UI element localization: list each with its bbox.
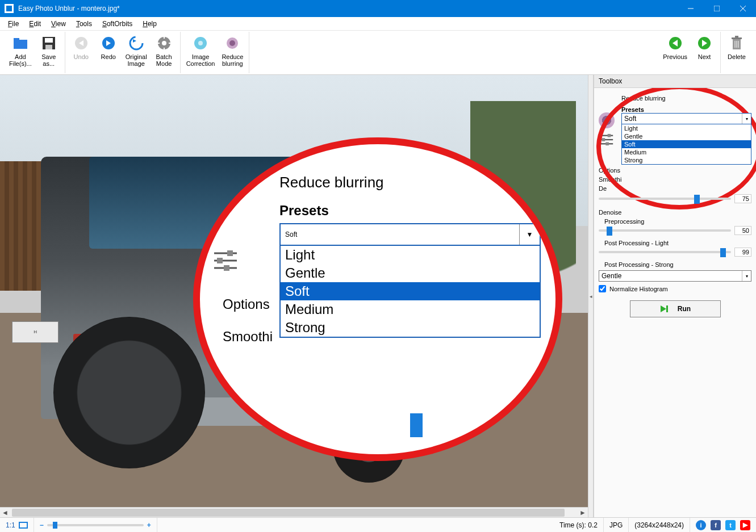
image-correction-button[interactable]: Image Correction bbox=[183, 32, 219, 73]
detail-slider[interactable]: 75 bbox=[599, 194, 751, 203]
toolbox-title: Toolbox bbox=[594, 75, 756, 88]
zoom-ratio[interactable]: 1:1 bbox=[0, 518, 34, 532]
save-as-button[interactable]: Save as... bbox=[35, 32, 62, 73]
panel-collapse-handle[interactable]: ◂ bbox=[588, 75, 594, 517]
normalize-histogram-row[interactable]: Normalize Histogram bbox=[599, 285, 751, 292]
preset-option-light[interactable]: Light bbox=[622, 124, 751, 132]
toolbar: Add File(s)... Save as... Undo Redo Orig… bbox=[0, 31, 756, 75]
svg-rect-34 bbox=[217, 258, 223, 263]
post-light-label: Post Processing - Light bbox=[604, 240, 751, 246]
license-plate: H bbox=[12, 321, 59, 343]
menu-help[interactable]: Help bbox=[138, 18, 161, 30]
svg-point-21 bbox=[229, 40, 235, 46]
status-format: JPG bbox=[604, 518, 629, 532]
svg-point-13 bbox=[162, 41, 166, 45]
presets-label: Presets bbox=[621, 106, 751, 113]
menu-file[interactable]: File bbox=[3, 18, 23, 30]
reduce-blurring-section: Reduce blurring Presets Soft ▾ Light Gen… bbox=[599, 95, 751, 203]
delete-button[interactable]: Delete bbox=[723, 32, 750, 73]
run-button[interactable]: Run bbox=[630, 300, 721, 317]
detail-value[interactable]: 75 bbox=[734, 194, 751, 203]
post-strong-combo[interactable]: Gentle ▾ bbox=[599, 270, 751, 282]
detail-label: De bbox=[599, 185, 607, 192]
scroll-left-arrow[interactable]: ◄ bbox=[0, 508, 10, 518]
reduce-blurring-button[interactable]: Reduce blurring bbox=[218, 32, 247, 73]
menu-view[interactable]: View bbox=[47, 18, 70, 30]
zoom-option-strong[interactable]: Strong bbox=[281, 319, 540, 337]
fit-screen-icon[interactable] bbox=[19, 522, 28, 529]
svg-rect-39 bbox=[608, 133, 611, 137]
zoom-option-soft[interactable]: Soft bbox=[281, 282, 540, 300]
preprocessing-label: Preprocessing bbox=[604, 218, 751, 225]
zoom-slider-thumb bbox=[410, 413, 423, 437]
preset-option-medium[interactable]: Medium bbox=[622, 148, 751, 156]
reduce-blurring-icon bbox=[599, 112, 615, 128]
zoom-in-icon[interactable]: + bbox=[147, 521, 151, 529]
zoom-preset-list[interactable]: Light Gentle Soft Medium Strong bbox=[279, 246, 541, 338]
zoom-slider[interactable] bbox=[47, 524, 144, 526]
smoothing-label: Smoothi bbox=[599, 176, 621, 183]
scroll-thumb[interactable] bbox=[12, 509, 565, 517]
youtube-icon[interactable]: ▶ bbox=[740, 520, 750, 530]
preset-combo[interactable]: Soft ▾ bbox=[621, 113, 751, 124]
chevron-down-icon: ▾ bbox=[742, 114, 751, 124]
undo-button[interactable]: Undo bbox=[68, 32, 95, 73]
minimize-button[interactable] bbox=[678, 0, 704, 17]
preset-option-gentle[interactable]: Gentle bbox=[622, 132, 751, 140]
menubar: File Edit View Tools SoftOrbits Help bbox=[0, 17, 756, 31]
svg-rect-25 bbox=[732, 37, 742, 39]
redo-button[interactable]: Redo bbox=[95, 32, 122, 73]
zoom-option-gentle[interactable]: Gentle bbox=[281, 264, 540, 282]
close-button[interactable] bbox=[730, 0, 756, 17]
preset-dropdown-list[interactable]: Light Gentle Soft Medium Strong bbox=[621, 124, 751, 165]
normalize-histogram-label: Normalize Histogram bbox=[609, 286, 668, 292]
run-label: Run bbox=[678, 305, 691, 313]
svg-rect-33 bbox=[227, 250, 233, 256]
post-light-slider[interactable]: 99 bbox=[599, 248, 751, 257]
svg-rect-4 bbox=[14, 40, 27, 49]
zoom-out-icon[interactable]: − bbox=[40, 521, 44, 529]
preprocessing-slider[interactable]: 50 bbox=[599, 226, 751, 235]
previous-button[interactable]: Previous bbox=[659, 32, 691, 73]
zoom-preset-combo[interactable]: Soft ▼ bbox=[279, 223, 541, 246]
preprocessing-value[interactable]: 50 bbox=[734, 226, 751, 235]
svg-point-11 bbox=[130, 37, 143, 49]
chevron-down-icon: ▼ bbox=[519, 224, 540, 245]
preset-option-strong[interactable]: Strong bbox=[622, 156, 751, 164]
batch-mode-button[interactable]: Batch Mode bbox=[151, 32, 178, 73]
twitter-icon[interactable]: t bbox=[725, 520, 736, 530]
status-dimensions: (3264x2448x24) bbox=[629, 518, 690, 532]
app-icon bbox=[5, 4, 14, 13]
original-image-button[interactable]: Original Image bbox=[122, 32, 151, 73]
zoom-option-light[interactable]: Light bbox=[281, 246, 540, 264]
horizontal-scrollbar[interactable]: ◄ ► bbox=[0, 507, 588, 517]
post-light-value[interactable]: 99 bbox=[734, 248, 751, 257]
trash-icon bbox=[728, 34, 746, 52]
add-files-button[interactable]: Add File(s)... bbox=[6, 32, 35, 73]
preset-selected: Soft bbox=[624, 115, 636, 123]
titlebar: Easy Photo Unblur - montero.jpg* bbox=[0, 0, 756, 17]
denoise-heading: Denoise bbox=[599, 209, 751, 216]
maximize-button[interactable] bbox=[704, 0, 730, 17]
normalize-histogram-checkbox[interactable] bbox=[599, 285, 606, 292]
menu-tools[interactable]: Tools bbox=[72, 18, 97, 30]
svg-rect-8 bbox=[45, 45, 52, 49]
menu-softorbits[interactable]: SoftOrbits bbox=[98, 18, 137, 30]
image-canvas[interactable]: H Reduce blurring Presets Soft ▼ Options… bbox=[0, 75, 588, 507]
facebook-icon[interactable]: f bbox=[711, 520, 721, 530]
scroll-right-arrow[interactable]: ► bbox=[578, 508, 588, 518]
next-button[interactable]: Next bbox=[691, 32, 718, 73]
preset-option-soft[interactable]: Soft bbox=[622, 140, 751, 148]
info-icon[interactable]: i bbox=[696, 520, 706, 530]
svg-rect-40 bbox=[602, 138, 605, 141]
menu-edit[interactable]: Edit bbox=[24, 18, 45, 30]
status-bar: 1:1 − + Time (s): 0.2 JPG (3264x2448x24)… bbox=[0, 517, 756, 532]
reduce-blurring-icon bbox=[223, 34, 241, 52]
main-area: H Reduce blurring Presets Soft ▼ Options… bbox=[0, 75, 756, 517]
zoom-option-medium[interactable]: Medium bbox=[281, 300, 540, 319]
svg-rect-7 bbox=[45, 38, 53, 43]
zoom-controls[interactable]: − + bbox=[34, 518, 157, 532]
svg-rect-35 bbox=[224, 265, 229, 271]
chevron-down-icon: ▾ bbox=[742, 271, 751, 281]
zoom-preset-selected: Soft bbox=[285, 231, 297, 238]
